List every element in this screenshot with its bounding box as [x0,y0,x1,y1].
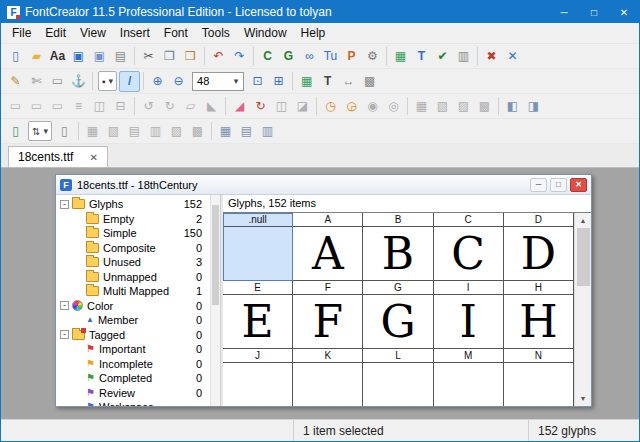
compare-icon[interactable]: ▥ [453,46,474,67]
copy-icon[interactable]: ❐ [159,46,180,67]
zoom-out-icon[interactable]: ⊖ [168,71,189,92]
glyph-cell-m[interactable]: M [434,349,504,406]
sort-mode-dropdown[interactable]: ⇅▾ [28,121,52,141]
glyph-cell-i[interactable]: II [434,281,504,349]
insert-characters-icon[interactable]: C [257,46,278,67]
minimize-button[interactable]: ─ [549,1,579,23]
panel-right-icon[interactable]: ◨ [523,96,544,117]
doc-maximize-button[interactable]: □ [550,178,567,192]
menu-help[interactable]: Help [294,24,333,42]
tree-item-tagged[interactable]: -Tagged0 [56,328,210,343]
glyph-cell-d[interactable]: DD [504,213,574,281]
glyph-cell-h[interactable]: HH [504,281,574,349]
menu-window[interactable]: Window [237,24,294,42]
tree-item-color[interactable]: -Color0 [56,299,210,314]
glyph-cell-j[interactable]: J [223,349,293,406]
menu-font[interactable]: Font [157,24,195,42]
zoom-in-icon[interactable]: ⊕ [147,71,168,92]
snap-grid-icon[interactable]: ▩ [359,71,380,92]
glyph-cell-n[interactable]: N [504,349,574,406]
tree-item-composite[interactable]: Composite0 [56,241,210,256]
zoom-level-combo[interactable]: 48▾ [192,72,244,91]
tree-scrollbar[interactable] [210,195,220,406]
doc-minimize-button[interactable]: ─ [530,178,547,192]
collapse-icon[interactable]: - [60,301,69,310]
close-button[interactable]: ✕ [609,1,639,23]
preview-window-icon[interactable]: ▦ [390,46,411,67]
eraser-icon[interactable]: ◢ [229,96,250,117]
paste-icon[interactable]: ❒ [180,46,201,67]
zoom-page-icon[interactable]: ⊡ [247,71,268,92]
test-text-icon[interactable]: T [411,46,432,67]
glyph-cell-a[interactable]: AA [293,213,363,281]
guideline-toggle-icon[interactable]: / [119,71,140,92]
menu-edit[interactable]: Edit [38,24,73,42]
menu-insert[interactable]: Insert [113,24,157,42]
glyph-cell-null[interactable]: .null [223,213,293,281]
open-font-icon[interactable]: ▰ [26,46,47,67]
tree-item-workspace[interactable]: ⚑Workspace [56,400,210,406]
glyph-cell-l[interactable]: L [363,349,433,406]
font-test-icon[interactable]: Aa [47,46,68,67]
tree-item-important[interactable]: ⚑Important0 [56,342,210,357]
delete-icon[interactable]: ✖ [481,46,502,67]
collapse-icon[interactable]: - [60,330,69,339]
redo-history-icon[interactable]: ◶ [341,96,362,117]
glyph-cell-f[interactable]: FF [293,281,363,349]
tree-item-unmapped[interactable]: Unmapped0 [56,270,210,285]
tree-item-unused[interactable]: Unused3 [56,255,210,270]
save-all-icon[interactable]: ▣ [89,46,110,67]
menu-tools[interactable]: Tools [195,24,237,42]
settings-icon[interactable]: ⚙ [362,46,383,67]
font-properties-icon[interactable]: P [341,46,362,67]
glyph-cell-g[interactable]: GG [363,281,433,349]
document-title-bar[interactable]: F 18cents.ttf - 18thCentury ─□✕ [56,175,591,195]
menu-file[interactable]: File [5,24,38,42]
glyph-cell-c[interactable]: CC [434,213,504,281]
insert-contour-icon[interactable]: T [317,71,338,92]
draw-tool-icon[interactable]: ✎ [5,71,26,92]
tree-item-empty[interactable]: Empty2 [56,212,210,227]
validate-icon[interactable]: ✔ [432,46,453,67]
correct-direction-icon[interactable]: ↻ [250,96,271,117]
insert-image-icon[interactable]: ▦ [296,71,317,92]
glyph-cell-b[interactable]: BB [363,213,433,281]
link-icon[interactable]: ∞ [299,46,320,67]
tree-item-review[interactable]: ⚑Review0 [56,386,210,401]
page-setup-icon[interactable]: ▯ [54,121,75,142]
print-icon[interactable]: ▤ [110,46,131,67]
redo-icon[interactable]: ↷ [229,46,250,67]
measure-tool-icon[interactable]: ↔ [338,71,359,92]
tree-item-member[interactable]: ▲Member0 [56,313,210,328]
glyph-scrollbar[interactable]: ▲ ▼ [574,213,591,406]
ruler-tool-icon[interactable]: ▭ [47,71,68,92]
tree-item-simple[interactable]: Simple150 [56,226,210,241]
tree-item-multi-mapped[interactable]: Multi Mapped1 [56,284,210,299]
close-font-icon[interactable]: ✕ [502,46,523,67]
tree-item-glyphs[interactable]: -Glyphs152 [56,197,210,212]
doc-close-button[interactable]: ✕ [570,178,587,192]
fill-mode-dropdown[interactable]: ▪▾ [98,71,117,91]
insert-glyphs-icon[interactable]: G [278,46,299,67]
chevron-down-icon[interactable]: ▾ [229,76,243,86]
tab-close-icon[interactable]: ✕ [89,152,97,163]
tree-scroll-thumb[interactable] [212,205,219,305]
cut-icon[interactable]: ✂ [138,46,159,67]
table-view-icon[interactable]: ▦ [215,121,236,142]
add-glyph-icon[interactable]: ▯ [5,121,26,142]
undo-history-icon[interactable]: ◷ [320,96,341,117]
zoom-selection-icon[interactable]: ⊞ [268,71,289,92]
new-font-icon[interactable]: ▯ [5,46,26,67]
collapse-icon[interactable]: - [60,200,69,209]
save-icon[interactable]: ▣ [68,46,89,67]
scroll-down-icon[interactable]: ▼ [575,391,591,406]
tree-item-completed[interactable]: ⚑Completed0 [56,371,210,386]
scroll-thumb[interactable] [577,228,590,286]
anchor-tool-icon[interactable]: ⚓ [68,71,89,92]
glyph-cell-e[interactable]: EE [223,281,293,349]
menu-view[interactable]: View [73,24,113,42]
knife-tool-icon[interactable]: ✄ [26,71,47,92]
maximize-button[interactable]: □ [579,1,609,23]
detail-view-icon[interactable]: ▥ [257,121,278,142]
unicode-tool-icon[interactable]: Tu [320,46,341,67]
